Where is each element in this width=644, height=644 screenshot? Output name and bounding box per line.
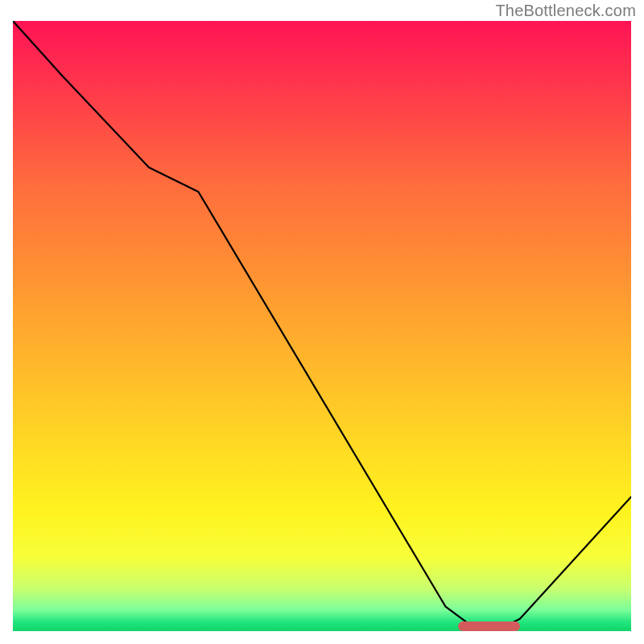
bottleneck-curve (13, 21, 631, 631)
chart-area (13, 21, 631, 631)
watermark-label: TheBottleneck.com (495, 2, 636, 20)
optimal-range-marker (458, 621, 520, 631)
chart-root: TheBottleneck.com (0, 0, 644, 644)
